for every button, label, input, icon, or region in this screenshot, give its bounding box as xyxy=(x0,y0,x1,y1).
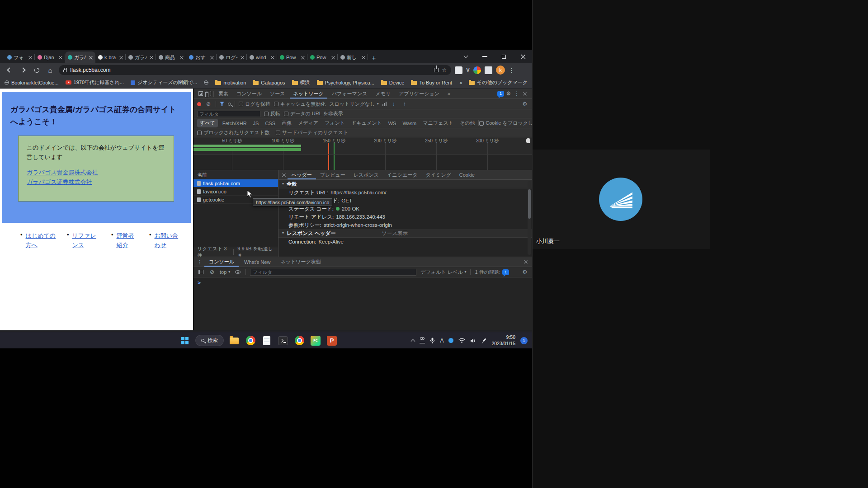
scrollbar-thumb[interactable] xyxy=(528,189,531,219)
blocked-requests-checkbox[interactable]: ブロックされたリクエスト数 xyxy=(197,129,269,136)
devtools-settings-icon[interactable]: ⚙ xyxy=(505,90,512,97)
bookmark-item[interactable] xyxy=(204,80,208,85)
start-button[interactable] xyxy=(179,334,191,347)
type-filter-other[interactable]: その他 xyxy=(457,119,478,127)
issues-counter[interactable]: 1 件の問題:1 xyxy=(475,269,509,276)
tab-close-icon[interactable] xyxy=(149,56,153,60)
speaker-icon[interactable] xyxy=(470,338,476,343)
clear-console-icon[interactable]: ⊘ xyxy=(208,268,216,276)
devtools-tab-elements[interactable]: 要素 xyxy=(215,89,232,99)
participant-video-tile[interactable]: 小川慶一 xyxy=(533,150,710,249)
reload-button[interactable] xyxy=(32,65,42,75)
tab-close-icon[interactable] xyxy=(210,56,214,60)
home-button[interactable]: ⌂ xyxy=(45,65,55,75)
type-filter-font[interactable]: フォント xyxy=(322,119,348,127)
devtools-tab-performance[interactable]: パフォーマンス xyxy=(328,89,371,99)
file-explorer-button[interactable] xyxy=(228,334,240,347)
network-settings-icon[interactable]: ⚙ xyxy=(521,100,528,108)
details-tab-timing[interactable]: タイミング xyxy=(421,170,455,179)
extension-colorful-icon[interactable] xyxy=(473,66,481,74)
view-source-link[interactable]: ソース表示 xyxy=(382,230,408,237)
type-filter-img[interactable]: 画像 xyxy=(279,119,294,127)
bookmark-item[interactable]: ジオシティーズの閉鎖で... xyxy=(131,79,197,86)
notification-badge[interactable]: 1 xyxy=(520,337,528,344)
issues-badge[interactable]: 1 xyxy=(497,91,504,97)
third-party-checkbox[interactable]: サードパーティのリクエスト xyxy=(276,129,348,136)
console-output[interactable]: > xyxy=(193,277,532,330)
drawer-close-button[interactable] xyxy=(522,258,529,266)
search-icon[interactable] xyxy=(228,103,231,106)
console-prompt-icon[interactable]: > xyxy=(198,280,201,286)
log-level-dropdown[interactable]: デフォルト レベル▾ xyxy=(420,269,466,276)
type-filter-xhr[interactable]: Fetch/XHR xyxy=(220,120,250,127)
record-icon[interactable] xyxy=(197,102,201,106)
pycharm-button[interactable]: PC xyxy=(310,334,321,347)
tab-close-icon[interactable] xyxy=(270,56,274,60)
browser-menu-icon[interactable]: ⋮ xyxy=(509,67,514,74)
browser-tab-10[interactable]: Pow xyxy=(307,52,338,63)
drawer-tab-whats-new[interactable]: What's New xyxy=(240,257,275,267)
terminal-button[interactable] xyxy=(277,334,289,347)
network-conditions-icon[interactable] xyxy=(382,102,387,106)
details-tab-headers[interactable]: ヘッダー xyxy=(288,170,316,179)
nav-link-otoiawase[interactable]: お問い合わせ xyxy=(155,231,180,250)
tab-close-icon[interactable] xyxy=(301,56,305,60)
console-sidebar-icon[interactable] xyxy=(197,268,204,276)
powerpoint-button[interactable]: P xyxy=(326,334,338,347)
extension-v-icon[interactable]: V xyxy=(466,67,470,73)
console-filter-input[interactable] xyxy=(250,269,416,276)
request-row-selected[interactable]: flask.pc5bai.com xyxy=(193,179,278,188)
export-har-icon[interactable]: ↑ xyxy=(401,100,408,108)
other-bookmarks-folder[interactable]: その他のブックマーク xyxy=(469,79,528,86)
bookmark-folder[interactable]: To Buy or Rent xyxy=(411,80,452,85)
type-filter-css[interactable]: CSS xyxy=(262,120,278,127)
browser-tab-7[interactable]: ログイ xyxy=(217,52,247,63)
network-filter-input[interactable] xyxy=(197,111,260,117)
type-filter-media[interactable]: メディア xyxy=(295,119,321,127)
company-link-shoken[interactable]: ガラパゴス証券株式会社 xyxy=(27,177,165,187)
devtools-tab-application[interactable]: アプリケーション xyxy=(395,89,443,99)
response-headers-section[interactable]: ▾レスポンス ヘッダーソース表示 xyxy=(278,229,532,238)
browser-tab-8[interactable]: wind xyxy=(247,52,277,63)
bookmark-folder[interactable]: Device xyxy=(381,80,405,85)
browser-tab-4[interactable]: ガラパ xyxy=(126,52,156,63)
details-tab-cookies[interactable]: Cookie xyxy=(455,170,479,179)
overview-scrollbar[interactable] xyxy=(526,138,530,143)
window-close-button[interactable] xyxy=(513,50,532,63)
nav-link-uneisha[interactable]: 運営者紹介 xyxy=(117,231,136,250)
taskbar-search[interactable]: 検索 xyxy=(195,335,224,346)
context-dropdown[interactable]: top▾ xyxy=(220,269,230,275)
device-toolbar-icon[interactable] xyxy=(205,90,212,97)
bookmarks-overflow-icon[interactable]: » xyxy=(459,80,462,86)
details-tab-response[interactable]: レスポンス xyxy=(349,170,383,179)
tab-search-button[interactable] xyxy=(456,50,475,63)
tab-close-icon[interactable] xyxy=(58,56,62,60)
window-maximize-button[interactable] xyxy=(494,50,513,63)
wifi-icon[interactable] xyxy=(458,338,465,343)
address-bar[interactable]: flask.pc5bai.com ☆ xyxy=(59,65,451,75)
type-filter-ws[interactable]: WS xyxy=(386,120,399,127)
tab-close-icon[interactable] xyxy=(361,56,365,60)
chrome-button[interactable] xyxy=(245,334,256,347)
details-tab-preview[interactable]: プレビュー xyxy=(316,170,349,179)
browser-tab-6[interactable]: おす xyxy=(186,52,217,63)
tab-close-icon[interactable] xyxy=(89,56,93,60)
bookmark-item[interactable]: BookmarkletCookie... xyxy=(5,80,59,85)
requests-name-header[interactable]: 名前 xyxy=(193,170,278,179)
bookmark-folder[interactable]: motivation xyxy=(215,80,246,85)
invert-checkbox[interactable]: 反転 xyxy=(264,110,280,117)
share-icon[interactable] xyxy=(434,68,439,72)
tab-close-icon[interactable] xyxy=(179,56,184,60)
clear-icon[interactable]: ⊘ xyxy=(205,100,212,108)
devtools-tab-network[interactable]: ネットワーク xyxy=(290,89,327,99)
type-filter-js[interactable]: JS xyxy=(250,120,262,127)
bookmark-folder[interactable]: Psychology, Physica... xyxy=(317,80,374,85)
bookmark-folder[interactable]: 横浜 xyxy=(292,79,310,86)
side-panel-icon[interactable] xyxy=(485,66,492,74)
hide-data-urls-checkbox[interactable]: データの URL を非表示 xyxy=(284,110,343,117)
nav-link-hajimete[interactable]: はじめての方へ xyxy=(26,231,57,250)
console-settings-icon[interactable]: ⚙ xyxy=(521,268,528,276)
nav-link-reference[interactable]: リファレンス xyxy=(72,231,97,250)
details-tab-initiator[interactable]: イニシエータ xyxy=(383,170,421,179)
company-link-kikinzoku[interactable]: ガラパゴス貴金属株式会社 xyxy=(27,168,165,177)
